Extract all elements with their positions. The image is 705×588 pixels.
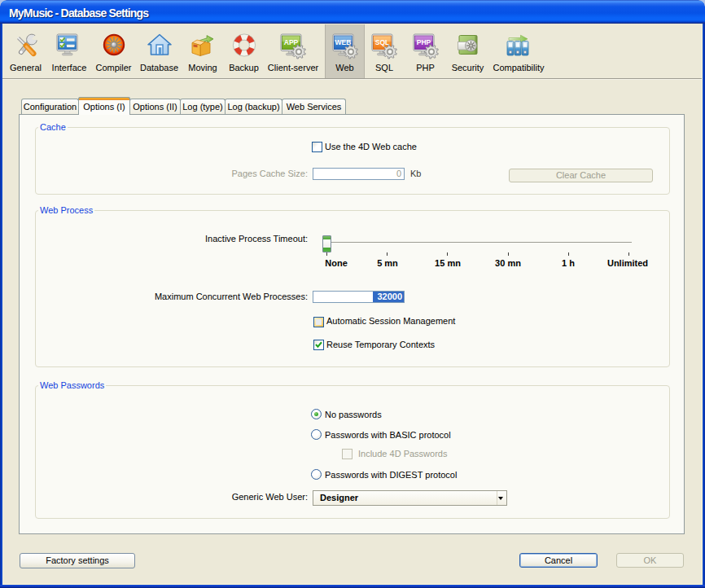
svg-text:SQL: SQL (375, 38, 389, 46)
svg-text:APP: APP (284, 38, 299, 46)
svg-text:PHP: PHP (416, 38, 431, 46)
